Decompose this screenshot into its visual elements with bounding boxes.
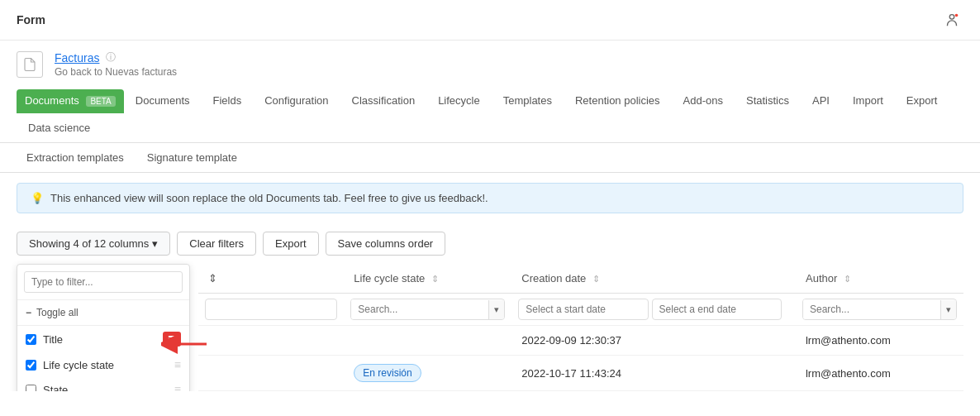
row1-title xyxy=(198,326,344,356)
lifecycle-filter-wrap: ▾ xyxy=(350,299,505,320)
table-body: 2022-09-09 12:30:37 lrm@athento.com En r… xyxy=(198,326,963,391)
tab-fields[interactable]: Fields xyxy=(202,88,254,115)
table-row: En revisión 2022-10-17 11:43:24 lrm@athe… xyxy=(198,356,963,391)
tab-retention[interactable]: Retention policies xyxy=(564,88,672,115)
column-checkbox-lifecycle[interactable] xyxy=(26,360,36,371)
sub-tabs: Extraction templates Signature template xyxy=(0,143,980,173)
tab-lifecycle[interactable]: Lifecycle xyxy=(426,88,492,115)
tab-classification[interactable]: Classification xyxy=(340,88,427,115)
tab-statistics[interactable]: Statistics xyxy=(735,88,801,115)
info-icon[interactable]: ⓘ xyxy=(106,50,116,65)
th-title: ⇕ xyxy=(198,264,344,294)
table-area: ⇕ Life cycle state ⇕ Creation date ⇕ Aut… xyxy=(198,264,963,391)
date-filter-wrap xyxy=(518,299,789,320)
row1-author: lrm@athento.com xyxy=(796,326,963,356)
tab-datascience[interactable]: Data science xyxy=(17,115,102,142)
tab-documents[interactable]: Documents xyxy=(124,88,202,115)
th-lifecycle: Life cycle state ⇕ xyxy=(344,264,511,294)
export-button[interactable]: Export xyxy=(263,232,319,256)
breadcrumb-link[interactable]: Facturas xyxy=(55,51,99,65)
toggle-all-minus-icon: − xyxy=(26,307,31,318)
column-item-lifecycle[interactable]: Life cycle state ≡ xyxy=(17,352,189,377)
document-icon xyxy=(17,51,43,78)
svg-point-1 xyxy=(955,14,959,17)
main-tabs: Documents BETA Documents Fields Configur… xyxy=(0,88,980,143)
lifecycle-filter-input[interactable] xyxy=(351,299,488,319)
toggle-all-label: Toggle all xyxy=(36,307,78,318)
th-author: Author ⇕ xyxy=(796,264,963,294)
tab-configuration[interactable]: Configuration xyxy=(253,88,340,115)
save-columns-button[interactable]: Save columns order xyxy=(326,232,446,256)
filter-author: ▾ xyxy=(796,294,963,326)
filter-lifecycle: ▾ xyxy=(344,294,511,326)
user-settings-icon[interactable] xyxy=(940,8,963,31)
breadcrumb-subtitle: Go back to Nuevas facturas xyxy=(55,66,177,78)
end-date-input[interactable] xyxy=(652,299,782,320)
author-filter-input[interactable] xyxy=(803,299,940,319)
sub-tab-extraction[interactable]: Extraction templates xyxy=(17,148,134,167)
tab-export[interactable]: Export xyxy=(895,88,949,115)
beta-badge: BETA xyxy=(86,96,115,107)
svg-rect-3 xyxy=(169,339,175,340)
author-filter-wrap: ▾ xyxy=(802,299,957,320)
filter-title xyxy=(198,294,344,326)
svg-rect-2 xyxy=(169,337,175,337)
sort-icon-lifecycle[interactable]: ⇕ xyxy=(431,274,439,284)
column-label-state: State xyxy=(43,384,68,392)
column-search-area xyxy=(17,265,189,300)
tab-api[interactable]: API xyxy=(801,88,841,115)
column-checkbox-state[interactable] xyxy=(26,385,36,392)
page-title: Form xyxy=(17,13,45,26)
column-label-title: Title xyxy=(43,333,63,346)
drag-handle-lifecycle: ≡ xyxy=(174,358,181,371)
tab-addons[interactable]: Add-ons xyxy=(672,88,735,115)
column-label-lifecycle: Life cycle state xyxy=(43,359,114,371)
tab-documents-beta[interactable]: Documents BETA xyxy=(17,89,124,113)
column-checkbox-title[interactable] xyxy=(26,334,36,345)
row1-creation-date: 2022-09-09 12:30:37 xyxy=(511,326,796,356)
banner-icon: 💡 xyxy=(31,192,44,204)
table-header-row: ⇕ Life cycle state ⇕ Creation date ⇕ Aut… xyxy=(198,264,963,294)
columns-dropdown-panel: − Toggle all Title Life cycle state xyxy=(17,264,190,391)
row2-creation-date: 2022-10-17 11:43:24 xyxy=(511,356,796,391)
filter-row: ▾ ▾ xyxy=(198,294,963,326)
start-date-input[interactable] xyxy=(518,299,648,320)
chevron-down-icon: ▾ xyxy=(152,237,158,250)
clear-filters-button[interactable]: Clear filters xyxy=(177,232,256,256)
toolbar: Showing 4 of 12 columns ▾ Clear filters … xyxy=(0,223,980,264)
svg-point-0 xyxy=(949,15,954,19)
sub-tab-signature[interactable]: Signature template xyxy=(137,148,247,167)
sort-icon-title[interactable]: ⇕ xyxy=(208,272,217,285)
column-search-input[interactable] xyxy=(24,271,183,293)
author-filter-chevron[interactable]: ▾ xyxy=(940,300,956,319)
filter-creation-date xyxy=(511,294,796,326)
column-item-title[interactable]: Title xyxy=(17,326,189,352)
tab-import[interactable]: Import xyxy=(841,88,895,115)
lifecycle-filter-chevron[interactable]: ▾ xyxy=(488,300,504,319)
filter-title-input[interactable] xyxy=(205,299,337,320)
row2-author: lrm@athento.com xyxy=(796,356,963,391)
breadcrumb-text: Facturas ⓘ Go back to Nuevas facturas xyxy=(55,50,177,78)
data-table: ⇕ Life cycle state ⇕ Creation date ⇕ Aut… xyxy=(198,264,963,391)
sort-icon-creation-date[interactable]: ⇕ xyxy=(592,274,600,284)
top-bar: Form xyxy=(0,0,980,41)
svg-rect-4 xyxy=(169,342,175,342)
row1-lifecycle xyxy=(344,326,511,356)
tab-templates[interactable]: Templates xyxy=(492,88,564,115)
column-drag-btn-title[interactable] xyxy=(163,332,181,347)
lifecycle-badge-revision: En revisión xyxy=(354,364,421,382)
column-item-state[interactable]: State ≡ xyxy=(17,377,189,391)
table-row: 2022-09-09 12:30:37 lrm@athento.com xyxy=(198,326,963,356)
breadcrumb-area: Facturas ⓘ Go back to Nuevas facturas xyxy=(0,41,980,88)
row2-title xyxy=(198,356,344,391)
th-creation-date: Creation date ⇕ xyxy=(511,264,796,294)
main-content: − Toggle all Title Life cycle state xyxy=(0,264,980,391)
row2-lifecycle: En revisión xyxy=(344,356,511,391)
drag-handle-state: ≡ xyxy=(174,383,181,391)
showing-columns-button[interactable]: Showing 4 of 12 columns ▾ xyxy=(17,232,170,256)
sort-icon-author[interactable]: ⇕ xyxy=(844,274,851,284)
info-banner: 💡 This enhanced view will soon replace t… xyxy=(17,183,963,213)
banner-text: This enhanced view will soon replace the… xyxy=(50,192,488,204)
toggle-all-row[interactable]: − Toggle all xyxy=(17,300,189,326)
